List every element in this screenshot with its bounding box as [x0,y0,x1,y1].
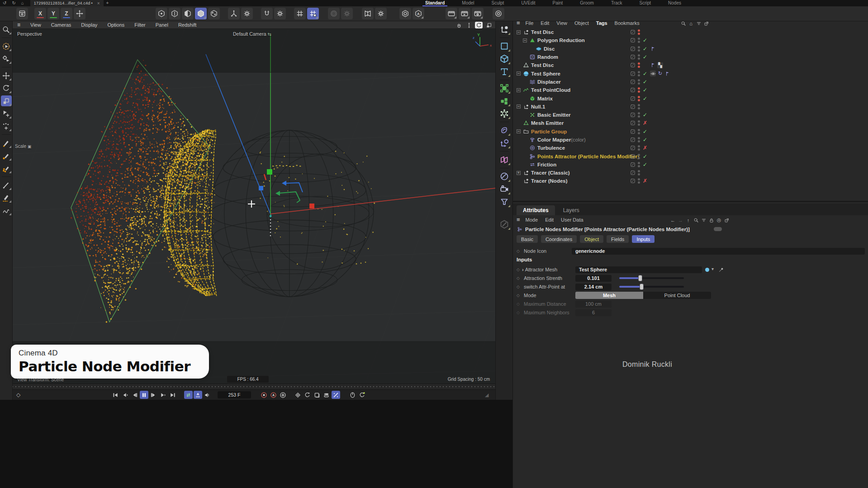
grid-toggle-button[interactable] [294,8,306,19]
add-null-button[interactable] [498,24,511,35]
object-row[interactable]: Tracer (Nodes)✗ [513,177,868,185]
object-row[interactable]: −Test Sphere✓↻ [513,69,868,77]
attributes-tab-attributes[interactable]: Attributes [517,205,555,215]
edit-layer-icon[interactable] [630,161,636,167]
arrL-icon[interactable]: ← [670,217,676,223]
filter-icon[interactable] [701,217,707,223]
mode-points-button[interactable] [169,8,180,19]
object-label[interactable]: Basic Emitter [537,112,571,118]
keyframe-filter-button[interactable] [332,391,340,399]
visibility-dots[interactable] [637,79,640,85]
section-tab-object[interactable]: Object [580,235,603,243]
attributes-menu-icon[interactable]: ≡ [517,216,520,223]
add-camera-button[interactable] [498,183,511,195]
3d-viewport[interactable]: Perspective Default Camera ⇆ Scale ▣ FPS… [13,29,495,384]
camera-swap-icon[interactable]: ⇆ [267,32,271,37]
visibility-dots[interactable] [637,112,640,118]
viewport-menu-filter[interactable]: Filter [134,22,145,28]
visibility-dots[interactable] [637,137,640,143]
value-slider[interactable] [619,277,684,279]
mode-texture-button[interactable] [208,8,220,19]
pan-hand-button[interactable] [455,22,463,28]
play-pause-button[interactable] [140,391,148,399]
edit-layer-icon[interactable] [630,170,636,176]
object-label[interactable]: Test Disc [531,29,554,35]
value-input[interactable]: 0.101 [575,275,612,282]
panel-splitter[interactable] [513,201,868,202]
sketch-tool-button[interactable] [1,205,12,216]
resize-corner-icon[interactable]: ◢ [485,392,489,398]
layout-tab-standard[interactable]: Standard [424,0,446,6]
collapse-toggle[interactable]: − [517,129,521,133]
edit-layer-icon[interactable] [630,112,636,118]
layout-tab-track[interactable]: Track [610,0,623,6]
points-move-tool-button[interactable] [1,121,12,132]
visibility-dots[interactable] [637,29,640,35]
object-row[interactable]: Mesh Emitter✗ [513,119,868,127]
object-label[interactable]: Disc [544,46,555,52]
viewport-menu-options[interactable]: Options [107,22,124,28]
enabled-check-icon[interactable]: ✓ [642,79,648,85]
visibility-dots[interactable] [637,37,640,43]
popout-icon[interactable] [724,217,730,223]
visibility-dots[interactable] [637,87,640,93]
home-icon[interactable]: ⌂ [19,0,27,6]
key-cycle-button[interactable] [303,391,312,399]
enabled-check-icon[interactable]: ✓ [642,153,648,160]
expand-chevron-icon[interactable]: › [522,267,524,272]
add-primitive-cube-button[interactable] [498,53,511,65]
key-position-button[interactable] [294,391,302,399]
animate-diamond-icon[interactable]: ◇ [517,293,521,298]
orbit-rotate-button[interactable] [475,22,483,28]
slider-knob[interactable] [640,284,644,290]
object-label[interactable]: Random [537,54,558,60]
visibility-dots[interactable] [637,170,640,176]
cursor-move-tool-button[interactable] [1,108,12,119]
live-update-button[interactable] [358,391,366,399]
object-row[interactable]: +Tracer (Classic) [513,169,868,177]
object-row[interactable]: Test Disc▚ [513,61,868,69]
object-label[interactable]: Turbulence [537,145,565,151]
edit-layer-icon[interactable] [630,137,636,143]
collapse-toggle[interactable]: − [517,71,521,76]
object-label[interactable]: Test PointCloud [531,87,570,93]
layout-tab-nodes[interactable]: Nodes [667,0,682,6]
symmetry-button[interactable] [362,8,374,19]
visibility-dots[interactable] [637,128,640,135]
add-subdivision-surface-button[interactable] [498,82,511,94]
enabled-check-icon[interactable]: ✓ [642,112,648,118]
polygon-pen-button[interactable] [1,150,12,161]
new-tab-icon[interactable]: + [104,0,112,6]
add-mograph-cloner-button[interactable] [498,154,511,166]
object-row[interactable]: −Polygon Reduction✓ [513,36,868,44]
mode-edges-button[interactable] [182,8,194,19]
line-cut-tool-button[interactable] [1,192,12,203]
annotation-button[interactable]: A [413,8,424,19]
previous-frame-button[interactable] [130,391,139,399]
volume-pen-button[interactable] [1,163,12,174]
layout-tab-groom[interactable]: Groom [579,0,595,6]
animate-diamond-icon[interactable]: ◇ [517,310,521,315]
object-row[interactable]: Friction✓ [513,161,868,169]
object-row[interactable]: Color Mapper (color)✓ [513,136,868,144]
visibility-dots[interactable] [637,120,640,126]
dropdown-arrow-icon[interactable]: ▾ [711,266,714,271]
segment-option-mesh[interactable]: Mesh [575,292,643,299]
edit-layer-icon[interactable] [630,71,636,76]
disabled-cross-icon[interactable]: ✗ [642,120,648,126]
segment-option-point-cloud[interactable]: Point Cloud [643,292,711,299]
camera-label[interactable]: Default Camera ⇆ [233,31,271,37]
viewport-menu-redshift[interactable]: Redshift [178,22,196,28]
object-row[interactable]: Matrix✓ [513,94,868,102]
move-tool-button[interactable] [1,70,12,81]
add-material-button[interactable] [498,218,511,230]
symmetry-settings-button[interactable] [375,8,387,19]
node-icon-field[interactable]: genericnode [572,248,865,255]
expand-toggle[interactable]: + [517,171,521,175]
loop-playback-button[interactable] [184,391,193,399]
render-to-picture-viewer-button[interactable] [459,8,470,19]
flag-tag-icon[interactable] [650,46,656,52]
object-label[interactable]: Color Mapper [537,137,571,142]
interactive-render-region-button[interactable] [493,8,504,19]
disabled-cross-icon[interactable]: ✗ [642,145,648,151]
